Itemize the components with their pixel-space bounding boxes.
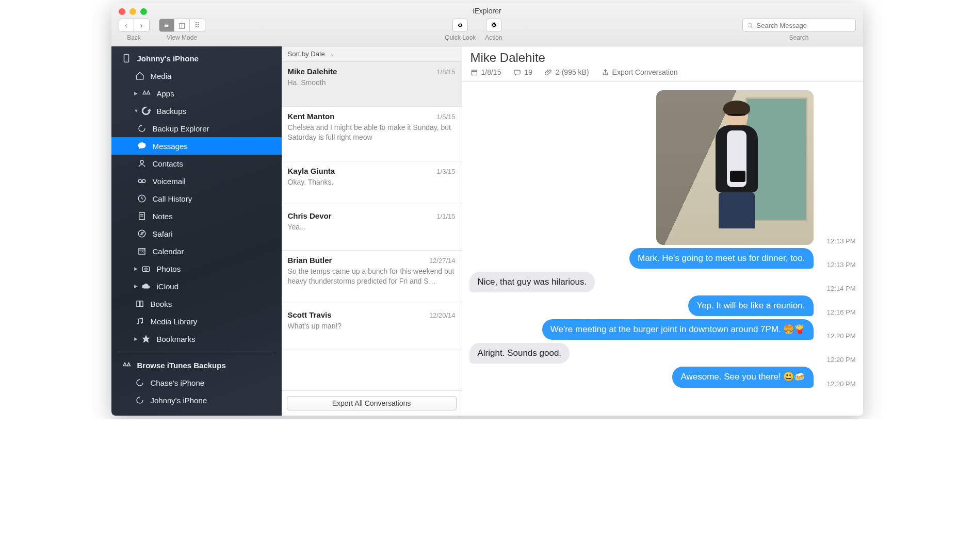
conversation-item[interactable]: Mike Dalehite1/8/15Ha. Smooth: [282, 62, 462, 107]
action-button[interactable]: [486, 19, 501, 32]
voicemail-icon: [136, 176, 148, 186]
conv-preview: Yea...: [288, 222, 456, 232]
sidebar-item-bookmarks[interactable]: ▶Bookmarks: [111, 330, 282, 348]
sidebar-item-media[interactable]: Media: [111, 67, 282, 85]
conv-preview: Chelsea and I might be able to make it S…: [288, 123, 456, 142]
conversation-list: Sort by Date ⌄ Mike Dalehite1/8/15Ha. Sm…: [282, 46, 462, 416]
sidebar: Johnny's iPhone Media ▶Apps ▼Backups Bac…: [111, 46, 282, 416]
sidebar-item-voicemail[interactable]: Voicemail: [111, 172, 282, 190]
cloud-icon: [140, 282, 152, 291]
svg-rect-14: [142, 267, 150, 271]
sidebar-item-safari[interactable]: Safari: [111, 225, 282, 242]
sidebar-item-messages[interactable]: Messages: [111, 137, 282, 155]
message-row: We're meeting at the burger joint in dow…: [469, 319, 856, 340]
sidebar-item-label: Backup Explorer: [153, 124, 209, 133]
backup-icon: [136, 124, 148, 133]
sidebar-backup-device[interactable]: Chase's iPhone: [111, 374, 282, 391]
sidebar-item-backups[interactable]: ▼Backups: [111, 102, 282, 120]
nav-back-button[interactable]: ‹: [119, 19, 134, 32]
message-time: 12:16 PM: [818, 308, 856, 316]
message-bubble[interactable]: Alright. Sounds good.: [469, 343, 570, 364]
svg-point-15: [144, 268, 147, 271]
sidebar-browse-backups[interactable]: Browse iTunes Backups: [111, 356, 282, 374]
nav-forward-button[interactable]: ›: [134, 19, 150, 32]
export-conversation-button[interactable]: Export Conversation: [602, 68, 678, 76]
sidebar-item-call-history[interactable]: Call History: [111, 190, 282, 207]
minimize-window-button[interactable]: [129, 8, 136, 15]
conv-name: Chris Devor: [288, 211, 332, 220]
conv-name: Mike Dalehite: [288, 67, 337, 76]
sidebar-item-contacts[interactable]: Contacts: [111, 155, 282, 172]
search-input[interactable]: [757, 22, 851, 29]
sidebar-item-label: Photos: [157, 265, 181, 273]
message-icon: [513, 69, 521, 76]
message-time: 12:14 PM: [818, 285, 856, 292]
conversation-item[interactable]: Scott Travis12/20/14What's up man!?: [282, 305, 462, 350]
sidebar-item-label: Safari: [153, 229, 173, 238]
message-bubble[interactable]: Nice, that guy was hilarious.: [469, 272, 595, 292]
sidebar-item-media-library[interactable]: Media Library: [111, 312, 282, 330]
sidebar-item-icloud[interactable]: ▶iCloud: [111, 277, 282, 295]
conv-name: Brian Butler: [288, 256, 332, 265]
message-bubble[interactable]: Mark. He's going to meet us for dinner, …: [629, 248, 814, 269]
sort-dropdown[interactable]: Sort by Date ⌄: [282, 46, 462, 62]
sidebar-item-photos[interactable]: ▶Photos: [111, 260, 282, 277]
svg-point-17: [141, 322, 142, 324]
conv-date: 1/3/15: [436, 168, 455, 175]
close-window-button[interactable]: [119, 8, 125, 15]
search-icon: [747, 22, 754, 29]
sidebar-item-label: Messages: [153, 142, 188, 151]
sidebar-device[interactable]: Johnny's iPhone: [111, 50, 282, 67]
sidebar-item-backup-explorer[interactable]: Backup Explorer: [111, 120, 282, 137]
zoom-window-button[interactable]: [140, 8, 147, 15]
conversation-item[interactable]: Chris Devor1/1/15Yea...: [282, 206, 462, 251]
svg-point-10: [138, 230, 145, 237]
sidebar-device-label: Johnny's iPhone: [137, 54, 199, 63]
viewmode-columns-button[interactable]: ◫: [174, 19, 190, 32]
conversation-pane: Mike Dalehite 1/8/15 19 2 (995 kB) Expor…: [462, 46, 863, 416]
nav-label: Back: [127, 34, 141, 41]
message-bubble[interactable]: Yep. It will be like a reunion.: [688, 295, 813, 316]
home-icon: [134, 71, 145, 80]
message-bubble[interactable]: Awesome. See you there! 😃🍻: [672, 367, 813, 387]
viewmode-grid-button[interactable]: ⠿: [190, 19, 205, 32]
conversation-item[interactable]: Kayla Giunta1/3/15Okay. Thanks.: [282, 161, 462, 206]
sidebar-item-label: Chase's iPhone: [151, 378, 205, 387]
search-field[interactable]: [742, 19, 856, 32]
conv-preview: What's up man!?: [288, 321, 456, 331]
viewmode-list-button[interactable]: ≡: [159, 19, 174, 32]
message-row: Nice, that guy was hilarious.12:14 PM: [469, 272, 856, 292]
sidebar-item-calendar[interactable]: 15Calendar: [111, 242, 282, 260]
sidebar-item-label: Books: [151, 300, 172, 308]
sidebar-backup-device[interactable]: Johnny's iPhone: [111, 391, 282, 409]
quicklook-button[interactable]: [452, 19, 468, 32]
svg-point-2: [140, 160, 143, 163]
sidebar-item-apps[interactable]: ▶Apps: [111, 85, 282, 102]
phone-icon: [121, 54, 132, 63]
sidebar-item-notes[interactable]: Notes: [111, 207, 282, 225]
sidebar-item-label: Browse iTunes Backups: [137, 361, 226, 370]
conv-preview: Ha. Smooth: [288, 78, 456, 88]
notes-icon: [136, 211, 148, 221]
conversation-item[interactable]: Brian Butler12/27/14So the temps came up…: [282, 251, 462, 305]
message-thread[interactable]: 12:13 PMMark. He's going to meet us for …: [462, 82, 863, 416]
conversation-title: Mike Dalehite: [470, 51, 855, 65]
conversation-item[interactable]: Kent Manton1/5/15Chelsea and I might be …: [282, 107, 462, 161]
backup-icon: [134, 396, 145, 405]
svg-point-4: [142, 179, 145, 183]
sidebar-item-label: Backups: [157, 107, 187, 116]
svg-point-1: [126, 61, 127, 62]
sidebar-item-label: Call History: [153, 194, 192, 203]
export-all-button[interactable]: Export All Conversations: [287, 396, 457, 410]
message-row: Yep. It will be like a reunion.12:16 PM: [469, 295, 856, 316]
sort-label: Sort by Date: [288, 50, 325, 58]
svg-point-3: [138, 179, 141, 183]
conv-date: 1/1/15: [436, 212, 455, 220]
svg-rect-18: [472, 70, 477, 75]
sidebar-item-books[interactable]: Books: [111, 295, 282, 312]
message-bubble[interactable]: We're meeting at the burger joint in dow…: [542, 319, 814, 340]
contacts-icon: [136, 159, 148, 168]
message-image[interactable]: [656, 90, 814, 245]
message-row: Awesome. See you there! 😃🍻12:20 PM: [469, 367, 856, 387]
action-label: Action: [485, 34, 502, 41]
